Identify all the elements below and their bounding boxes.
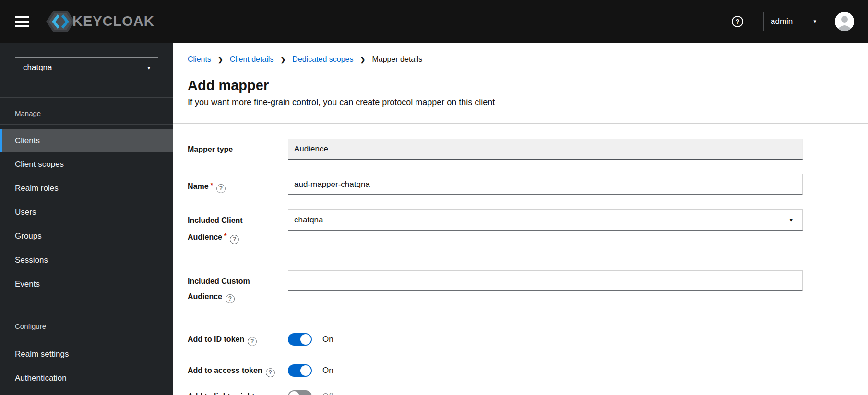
switch-state-label: Off: [322, 389, 333, 395]
form-group-included-client-audience: Included Client Audience*? chatqna ▾: [188, 209, 854, 245]
breadcrumb-separator-icon: ❯: [360, 56, 366, 63]
user-menu-dropdown[interactable]: admin ▾: [763, 12, 823, 31]
breadcrumb-link-client-details[interactable]: Client details: [230, 55, 274, 64]
chevron-down-icon: ▾: [789, 217, 793, 223]
help-icon[interactable]: ?: [230, 235, 239, 244]
chevron-down-icon: ▾: [813, 19, 816, 24]
main-content: Clients ❯ Client details ❯ Dedicated sco…: [173, 43, 868, 395]
page-description: If you want more fine-grain control, you…: [188, 97, 854, 108]
field-label-add-to-access-token: Add to access token?: [188, 363, 276, 378]
nav-section-configure: Configure Realm settings Authentication: [0, 311, 173, 390]
form-group-mapper-type: Mapper type Audience: [188, 139, 854, 160]
breadcrumb: Clients ❯ Client details ❯ Dedicated sco…: [188, 55, 854, 64]
nav-section-title: Configure: [0, 311, 173, 337]
sidebar-item-sessions[interactable]: Sessions: [0, 248, 173, 272]
sidebar-item-realm-settings[interactable]: Realm settings: [0, 342, 173, 366]
field-label-mapper-type: Mapper type: [188, 139, 276, 157]
avatar[interactable]: [835, 12, 854, 31]
field-label-included-custom-audience: Included Custom Audience?: [188, 270, 276, 304]
breadcrumb-link-dedicated-scopes[interactable]: Dedicated scopes: [292, 55, 353, 64]
page-title: Add mapper: [188, 77, 854, 94]
switch-state-label: On: [322, 332, 333, 347]
included-client-audience-select[interactable]: chatqna ▾: [288, 209, 803, 231]
form-group-included-custom-audience: Included Custom Audience?: [188, 270, 854, 304]
form-group-add-to-id-token: Add to ID token? On: [188, 332, 854, 347]
sidebar-item-users[interactable]: Users: [0, 200, 173, 224]
field-label-name: Name*?: [188, 174, 276, 194]
brand-text: KEYCLOAK: [72, 13, 155, 29]
sidebar-item-authentication[interactable]: Authentication: [0, 366, 173, 390]
required-indicator: *: [224, 232, 226, 240]
chevron-down-icon: ▾: [147, 65, 150, 70]
field-label-add-to-id-token: Add to ID token?: [188, 332, 276, 347]
keycloak-logo-icon: [46, 11, 75, 33]
breadcrumb-current: Mapper details: [372, 55, 422, 64]
add-to-access-token-toggle[interactable]: [288, 364, 312, 377]
field-label-included-client-audience: Included Client Audience*?: [188, 209, 276, 245]
realm-selector-value: chatqna: [23, 63, 52, 72]
keycloak-logo: KEYCLOAK: [46, 11, 155, 33]
form-group-add-to-access-token: Add to access token? On: [188, 363, 854, 378]
breadcrumb-link-clients[interactable]: Clients: [188, 55, 211, 64]
breadcrumb-separator-icon: ❯: [218, 56, 223, 63]
form-group-name: Name*?: [188, 174, 854, 195]
help-icon[interactable]: ?: [248, 337, 257, 346]
nav-section-manage: Manage Clients Client scopes Realm roles…: [0, 98, 173, 296]
name-input[interactable]: [288, 174, 803, 195]
required-indicator: *: [211, 181, 213, 189]
switch-state-label: On: [322, 363, 333, 378]
sidebar-item-clients[interactable]: Clients: [0, 129, 173, 152]
user-avatar-icon: [835, 12, 854, 31]
sidebar-item-realm-roles[interactable]: Realm roles: [0, 176, 173, 200]
add-to-id-token-toggle[interactable]: [288, 333, 312, 346]
included-custom-audience-input[interactable]: [288, 270, 803, 291]
masthead: KEYCLOAK ? admin ▾: [0, 0, 868, 43]
sidebar-item-groups[interactable]: Groups: [0, 224, 173, 248]
sidebar-item-events[interactable]: Events: [0, 272, 173, 296]
nav-section-title: Manage: [0, 98, 173, 125]
add-mapper-form: Mapper type Audience Name*? Included Cli…: [173, 124, 868, 395]
realm-selector[interactable]: chatqna ▾: [15, 57, 158, 78]
help-icon[interactable]: ?: [226, 294, 235, 303]
help-icon[interactable]: ?: [216, 184, 226, 193]
help-icon[interactable]: ?: [266, 368, 275, 377]
field-label-add-to-lightweight-access-token: Add to lightweight access token?: [188, 389, 276, 395]
sidebar: chatqna ▾ Manage Clients Client scopes R…: [0, 43, 173, 395]
breadcrumb-separator-icon: ❯: [280, 56, 285, 63]
hamburger-menu-icon[interactable]: [15, 16, 29, 27]
form-group-add-to-lightweight-access-token: Add to lightweight access token? Off: [188, 389, 854, 395]
select-value: chatqna: [294, 215, 323, 225]
sidebar-item-client-scopes[interactable]: Client scopes: [0, 152, 173, 176]
user-menu-label: admin: [771, 17, 793, 26]
mapper-type-readonly-field: Audience: [288, 139, 803, 160]
add-to-lightweight-access-token-toggle[interactable]: [288, 390, 312, 395]
help-icon[interactable]: ?: [732, 16, 743, 27]
